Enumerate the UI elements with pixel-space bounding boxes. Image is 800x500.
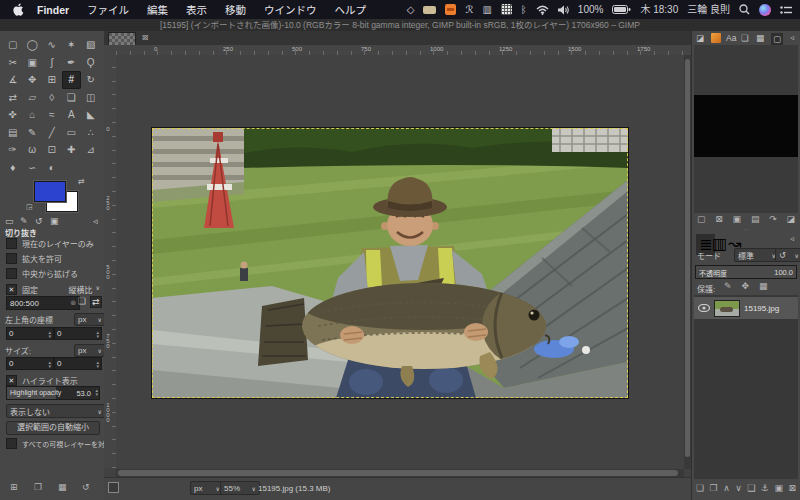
- tool-handle-transform[interactable]: ✜: [3, 106, 23, 124]
- tool-perspective[interactable]: ◊: [42, 89, 62, 107]
- siri-icon[interactable]: [759, 4, 771, 16]
- tool-shear[interactable]: ▱: [23, 89, 43, 107]
- tool-fuzzy-select[interactable]: ✶: [62, 36, 82, 54]
- portrait-icon[interactable]: ❏: [78, 296, 86, 306]
- tool-clone[interactable]: ⊡: [42, 141, 62, 159]
- tool-perspective-clone[interactable]: ⊿: [81, 141, 101, 159]
- tool-crop[interactable]: #: [62, 71, 82, 89]
- apple-menu-icon[interactable]: [12, 3, 25, 16]
- mode-dropdown[interactable]: 標準∨: [734, 248, 780, 262]
- tool-warp-transform[interactable]: ≈: [42, 106, 62, 124]
- tool-bucket-fill[interactable]: ◣: [81, 106, 101, 124]
- merge-layer-icon[interactable]: ▣: [774, 483, 783, 493]
- checkbox-1[interactable]: 拡大を許可: [6, 253, 62, 264]
- tool-rotate[interactable]: ↻: [81, 71, 101, 89]
- tool-heal[interactable]: ✚: [62, 141, 82, 159]
- new-group-icon[interactable]: ❐: [710, 483, 718, 493]
- shape-diamond-icon[interactable]: ◇: [407, 5, 415, 15]
- reset-tool-icon[interactable]: ↺: [82, 482, 90, 492]
- landscape-icon[interactable]: ⇄: [90, 296, 102, 308]
- lower-layer-icon[interactable]: ∨: [735, 483, 742, 493]
- selection-invert-icon[interactable]: ▣: [733, 214, 742, 224]
- select-none-icon[interactable]: ⊠: [715, 214, 723, 224]
- tool-paintbrush[interactable]: ╱: [42, 124, 62, 142]
- fonts-tab-icon[interactable]: Aa: [726, 33, 736, 43]
- horizontal-scrollbar[interactable]: [116, 469, 684, 477]
- bluetooth-icon[interactable]: ᛒ: [521, 5, 527, 15]
- save-preset-icon[interactable]: ⊞: [10, 482, 18, 492]
- tool-ellipse-select[interactable]: ◯: [23, 36, 43, 54]
- downloads-orange-icon[interactable]: [445, 4, 456, 15]
- menu-item-4[interactable]: ウインドウ: [255, 2, 326, 17]
- new-layer-icon[interactable]: ❏: [696, 483, 704, 493]
- all-layers-checkbox[interactable]: すべての可視レイヤーを対象にする: [6, 438, 102, 449]
- undo-history-tab-icon[interactable]: ↺: [35, 216, 43, 226]
- tool-text[interactable]: A: [62, 106, 82, 124]
- tool-zoom[interactable]: Ϙ: [81, 54, 101, 72]
- keyboard-icon[interactable]: [423, 6, 436, 14]
- device-status-tab-icon[interactable]: ✎: [20, 216, 28, 226]
- menu-item-5[interactable]: ヘルプ: [326, 2, 376, 17]
- size-unit-dropdown[interactable]: px∨: [74, 344, 106, 357]
- clear-ratio-icon[interactable]: ⊗: [70, 299, 76, 307]
- tool-scissors-select[interactable]: ✂: [3, 54, 23, 72]
- tool-color-picker[interactable]: ✒: [62, 54, 82, 72]
- layer-row[interactable]: 15195.jpg: [694, 297, 798, 319]
- tool-airbrush[interactable]: ∴: [81, 124, 101, 142]
- layer-opacity-slider[interactable]: 不透明度 100.0: [695, 265, 797, 279]
- tool-align[interactable]: ⊞: [42, 71, 62, 89]
- fixed-aspect-checkbox[interactable]: ✕ 固定: [6, 284, 38, 295]
- tool-pencil[interactable]: ✎: [23, 124, 43, 142]
- anchor-layer-icon[interactable]: ⚓: [761, 483, 769, 493]
- spotlight-icon[interactable]: [739, 4, 750, 15]
- tab-menu-icon[interactable]: ◃: [790, 33, 794, 42]
- size-height-input[interactable]: 0▴▾: [54, 357, 102, 370]
- menu-item-3[interactable]: 移動: [216, 2, 255, 17]
- selection-path-icon[interactable]: ◪: [786, 214, 795, 224]
- aspect-ratio-input[interactable]: 800:500⊗: [6, 296, 80, 310]
- select-all-icon[interactable]: ▢: [697, 214, 706, 224]
- size-width-input[interactable]: 0▴▾: [6, 357, 54, 370]
- tool-smudge[interactable]: ∽: [23, 159, 43, 177]
- default-colors-icon[interactable]: ◲: [26, 203, 33, 211]
- tool-dodge-burn[interactable]: ◐: [42, 159, 62, 177]
- autoshrink-button[interactable]: 選択範囲の自動縮小: [6, 421, 100, 435]
- delete-preset-icon[interactable]: ▦: [58, 482, 67, 492]
- highlight-opacity-slider[interactable]: Highlight opacity 53.0 ▴▾: [6, 386, 100, 400]
- delete-layer-icon[interactable]: ⊠: [788, 483, 796, 493]
- wifi-icon[interactable]: [536, 5, 549, 15]
- tool-rectangle-select[interactable]: ▢: [3, 36, 23, 54]
- menu-item-1[interactable]: 編集: [138, 2, 177, 17]
- swap-colors-icon[interactable]: ⇄: [78, 177, 85, 186]
- document-history-tab-icon[interactable]: ❏: [741, 33, 749, 43]
- tool-mypaint-brush[interactable]: ω: [23, 141, 43, 159]
- tool-3d-transform[interactable]: ◫: [81, 89, 101, 107]
- tool-measure[interactable]: ∡: [3, 71, 23, 89]
- selection-save-icon[interactable]: ▤: [751, 214, 760, 224]
- selection-stroke-icon[interactable]: ↷: [769, 214, 777, 224]
- menu-item-2[interactable]: 表示: [177, 2, 216, 17]
- layer-visible-icon[interactable]: [698, 304, 710, 312]
- position-unit-dropdown[interactable]: px∨: [74, 313, 106, 326]
- raise-layer-icon[interactable]: ∧: [723, 483, 730, 493]
- checkbox-0[interactable]: 現在のレイヤーのみ: [6, 238, 94, 249]
- lock-pixels-icon[interactable]: ✎: [724, 281, 732, 291]
- battery-icon[interactable]: [612, 5, 631, 14]
- menubar-app-name[interactable]: Finder: [28, 4, 78, 16]
- image-tab-thumbnail[interactable]: [108, 32, 136, 46]
- duplicate-layer-icon[interactable]: ❑: [747, 483, 755, 493]
- lock-position-icon[interactable]: ✥: [742, 281, 750, 291]
- vertical-scrollbar[interactable]: [684, 55, 691, 469]
- lock-alpha-icon[interactable]: ▦: [759, 281, 768, 291]
- tool-foreground-select[interactable]: ▣: [23, 54, 43, 72]
- unit-dropdown[interactable]: px∨: [190, 481, 224, 495]
- position-x-input[interactable]: 0▴▾: [6, 327, 54, 340]
- canvas-image[interactable]: [152, 128, 628, 398]
- dock-splitter[interactable]: ⋯: [692, 228, 800, 232]
- menubar-clock[interactable]: 木 18:30: [640, 5, 678, 15]
- checker-tab-icon[interactable]: ▦: [756, 33, 764, 43]
- tool-paths[interactable]: ʃ: [42, 54, 62, 72]
- notification-icon[interactable]: [780, 5, 792, 15]
- screenshot-grid-icon[interactable]: [501, 4, 512, 15]
- menu-item-0[interactable]: ファイル: [78, 2, 138, 17]
